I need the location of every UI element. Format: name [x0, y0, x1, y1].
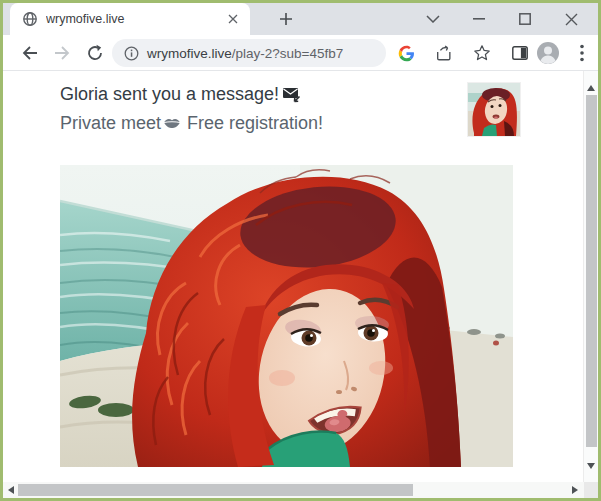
up-arrow-icon[interactable]: [587, 85, 595, 91]
envelope-arrow-icon: [282, 86, 301, 103]
window-controls: [410, 3, 594, 35]
url-text: wrymofive.live/play-2?sub=45fb7: [147, 46, 343, 61]
share-icon[interactable]: [431, 40, 457, 66]
browser-window: wrymofive.live: [0, 0, 601, 501]
profile-photo-image[interactable]: [60, 165, 513, 467]
tab-strip: wrymofive.live: [3, 3, 598, 35]
left-arrow-icon[interactable]: [8, 486, 14, 494]
promo-headline: Private meet Free registration!: [60, 111, 323, 135]
address-bar[interactable]: wrymofive.live/play-2?sub=45fb7: [112, 39, 386, 67]
browser-tab[interactable]: wrymofive.live: [10, 3, 250, 35]
message-headline: Gloria sent you a message!: [60, 82, 301, 106]
promo-suffix-text: Free registration!: [187, 111, 323, 135]
maximize-icon[interactable]: [502, 3, 548, 35]
menu-dots-icon[interactable]: [569, 40, 595, 66]
right-arrow-icon[interactable]: [572, 486, 578, 494]
horizontal-scrollbar-thumb[interactable]: [18, 484, 413, 496]
chevron-down-icon[interactable]: [410, 3, 456, 35]
profile-avatar-icon[interactable]: [535, 40, 561, 66]
message-headline-text: Gloria sent you a message!: [60, 82, 279, 106]
browser-toolbar: wrymofive.live/play-2?sub=45fb7: [3, 35, 598, 71]
info-icon[interactable]: [124, 46, 139, 61]
reload-icon[interactable]: [82, 40, 108, 66]
horizontal-scrollbar[interactable]: [3, 482, 584, 498]
minimize-icon[interactable]: [456, 3, 502, 35]
side-panel-icon[interactable]: [507, 40, 533, 66]
down-arrow-icon[interactable]: [587, 463, 595, 469]
vertical-scrollbar-thumb[interactable]: [586, 95, 597, 447]
back-arrow-icon[interactable]: [17, 40, 43, 66]
new-tab-button[interactable]: [272, 7, 300, 31]
sender-avatar-image: [468, 83, 520, 136]
tab-close-icon[interactable]: [224, 10, 242, 28]
forward-arrow-icon[interactable]: [49, 40, 75, 66]
close-icon[interactable]: [548, 3, 594, 35]
globe-icon: [22, 11, 38, 27]
vertical-scrollbar[interactable]: [583, 71, 598, 482]
lips-icon: [163, 117, 181, 129]
bookmark-star-icon[interactable]: [469, 40, 495, 66]
scrollbar-corner: [584, 482, 598, 498]
google-g-icon[interactable]: [393, 40, 419, 66]
page-content: Gloria sent you a message! Private meet …: [3, 71, 598, 482]
promo-prefix-text: Private meet: [60, 111, 161, 135]
url-domain: wrymofive.live: [147, 46, 232, 61]
tab-title: wrymofive.live: [46, 12, 224, 26]
url-path: /play-2?sub=45fb7: [232, 46, 343, 61]
